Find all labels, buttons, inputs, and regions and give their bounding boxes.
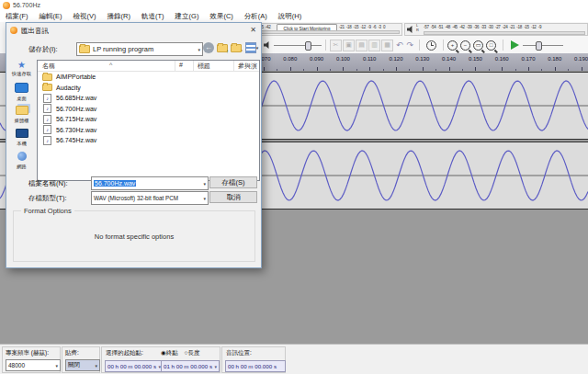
desktop-icon [15, 83, 28, 93]
place-library[interactable]: 媒體櫃 [7, 106, 36, 129]
project-rate-dropdown[interactable]: 48000 ▾ [6, 359, 61, 371]
place-network[interactable]: 網路 [7, 152, 36, 175]
file-row[interactable]: Audacity [38, 83, 259, 94]
paste-button[interactable]: ▤ [356, 40, 368, 51]
network-icon [17, 152, 27, 161]
title-bar: 56.700Hz [0, 0, 588, 11]
slider-thumb[interactable] [305, 41, 311, 51]
copy-button[interactable]: ▣ [343, 40, 355, 51]
menu-item-4[interactable]: 軌道(T) [136, 12, 170, 21]
silence-audio-button[interactable]: ▦ [381, 40, 393, 51]
audio-position-segment: 音訊位置: 00 h 00 m 00.000 s [221, 346, 286, 373]
playback-volume-slider[interactable] [274, 40, 322, 50]
selection-end-field[interactable]: 01 h 00 m 00.000 s ▾ [161, 360, 220, 372]
cancel-button[interactable]: 取消 [209, 191, 257, 203]
file-row[interactable]: ♪56.700Hz.wav [38, 104, 259, 115]
file-name-input[interactable]: 56.700Hz.wav ▾ [91, 176, 209, 190]
file-row[interactable]: ♪56.715Hz.wav [38, 114, 259, 125]
view-menu-button[interactable]: ▾ [243, 41, 260, 54]
folder-icon [79, 45, 90, 53]
play-at-speed-button[interactable] [511, 40, 519, 50]
redo-button[interactable]: ↷ [407, 40, 414, 51]
playback-meter[interactable]: L R -57-54-51-48-45-42-39-36-33-30-27-24… [404, 23, 588, 36]
timeline-label: 0.130 [410, 56, 435, 62]
meter-scale-label: -48 [445, 25, 450, 29]
place-desktop[interactable]: 桌面 [7, 83, 36, 106]
place-computer[interactable]: 本機 [7, 129, 36, 152]
column-number[interactable]: # [179, 62, 183, 68]
meter-scale-label: -54 [431, 25, 436, 29]
dialog-title: 匯出音訊 [21, 27, 49, 36]
wav-file-icon: ♪ [43, 115, 51, 124]
sync-lock-clock-icon[interactable] [426, 40, 436, 51]
file-row[interactable]: ♪56.745Hz.wav [38, 135, 259, 146]
menu-item-5[interactable]: 建立(G) [170, 12, 205, 21]
menu-item-8[interactable]: 說明(H) [273, 12, 307, 21]
computer-icon [16, 129, 28, 138]
file-row[interactable]: AIMPPortable [38, 72, 259, 83]
fit-project-button[interactable]: □ [486, 40, 496, 51]
save-button[interactable]: 存檔(S) [209, 176, 257, 188]
audio-position-value: 00 h 00 m 00.000 s [228, 363, 277, 369]
file-row[interactable]: ♪56.730Hz.wav [38, 125, 259, 136]
zoom-out-button[interactable]: − [460, 40, 470, 51]
toolbar-separator [325, 40, 326, 51]
meter-scale-label: -15 [524, 25, 529, 29]
up-arrow-icon: ↑ [226, 49, 229, 54]
selection-segment: 選擇的起始點: ◉終點 ○長度 00 h 00 m 00.000 s ▾ 01 … [101, 346, 220, 373]
close-icon[interactable]: ✕ [247, 25, 259, 36]
toolbar-separator [503, 40, 503, 51]
snap-value: 關閉 [68, 361, 80, 369]
audacity-window: 56.700Hz 檔案(F)編輯(E)檢視(V)播錄(R)軌道(T)建立(G)效… [0, 0, 588, 374]
current-folder: LP running program [93, 45, 153, 53]
place-label: 本機 [8, 141, 35, 147]
column-title[interactable]: 標題 [198, 62, 210, 71]
cut-button[interactable]: ✂ [330, 40, 342, 51]
timeline-label: 0.160 [489, 56, 514, 62]
menu-item-0[interactable]: 檔案(F) [0, 12, 34, 21]
meter-scale-label: -18 [346, 25, 352, 29]
column-name[interactable]: 名稱 [42, 62, 55, 71]
format-options-group: Format Options No format specific option… [13, 210, 255, 262]
format-options-text: No format specific options [14, 211, 254, 261]
snap-dropdown[interactable]: 關閉 ▾ [65, 359, 100, 371]
menu-item-3[interactable]: 播錄(R) [102, 12, 136, 21]
new-folder-button[interactable]: * [230, 41, 243, 54]
menu-item-6[interactable]: 效果(C) [204, 12, 238, 21]
wav-file-icon: ♪ [43, 136, 51, 145]
file-list-header[interactable]: 名稱 ^ # 標題 參與演 [38, 61, 259, 72]
zoom-in-button[interactable]: + [447, 40, 458, 51]
channel-right-label: R [416, 28, 419, 33]
fit-selection-button[interactable]: ▭ [473, 40, 483, 51]
radio-length[interactable]: ○長度 [184, 349, 199, 356]
selection-toolbar: 專案頻率 (赫茲): 48000 ▾ 貼齊: 關閉 ▾ 選擇的起始點: ◉終點 … [0, 344, 588, 374]
file-row[interactable]: ♪56.685Hz.wav [38, 93, 259, 104]
wav-file-icon: ♪ [43, 125, 51, 134]
file-name: 56.700Hz.wav [56, 106, 96, 112]
column-artist[interactable]: 參與演 [238, 62, 257, 71]
menu-item-2[interactable]: 檢視(V) [68, 12, 102, 21]
audio-position-field[interactable]: 00 h 00 m 00.000 s [225, 360, 286, 372]
chevron-down-icon: ▾ [214, 364, 217, 369]
folder-dropdown[interactable]: LP running program ▾ [76, 42, 203, 56]
timeline-label: 0.190 [569, 56, 588, 62]
save-type-dropdown[interactable]: WAV (Microsoft) 32-bit float PCM ▾ [91, 191, 209, 205]
up-one-level-button[interactable]: ↑ [216, 41, 229, 54]
slider-thumb[interactable] [536, 41, 542, 51]
meter-scale-label: -6 [373, 25, 376, 29]
place-star[interactable]: ★快速存取 [7, 60, 36, 83]
place-label: 網路 [8, 164, 35, 170]
chevron-down-icon: ▾ [198, 47, 200, 52]
folder-icon [42, 84, 52, 91]
back-button[interactable]: ← [202, 41, 215, 54]
menu-item-7[interactable]: 分析(A) [239, 12, 273, 21]
undo-button[interactable]: ↶ [396, 40, 403, 51]
save-type-label: 存檔類型(T): [28, 194, 67, 203]
menu-item-1[interactable]: 編輯(E) [34, 12, 68, 21]
timeline-label: 0.080 [277, 56, 303, 62]
radio-end[interactable]: ◉終點 [161, 349, 178, 356]
selection-start-field[interactable]: 00 h 00 m 00.000 s ▾ [105, 360, 164, 372]
trim-audio-button[interactable]: ▥ [368, 40, 380, 51]
dialog-title-bar: 匯出音訊 ✕ [6, 23, 261, 38]
play-speed-slider[interactable] [523, 40, 563, 50]
